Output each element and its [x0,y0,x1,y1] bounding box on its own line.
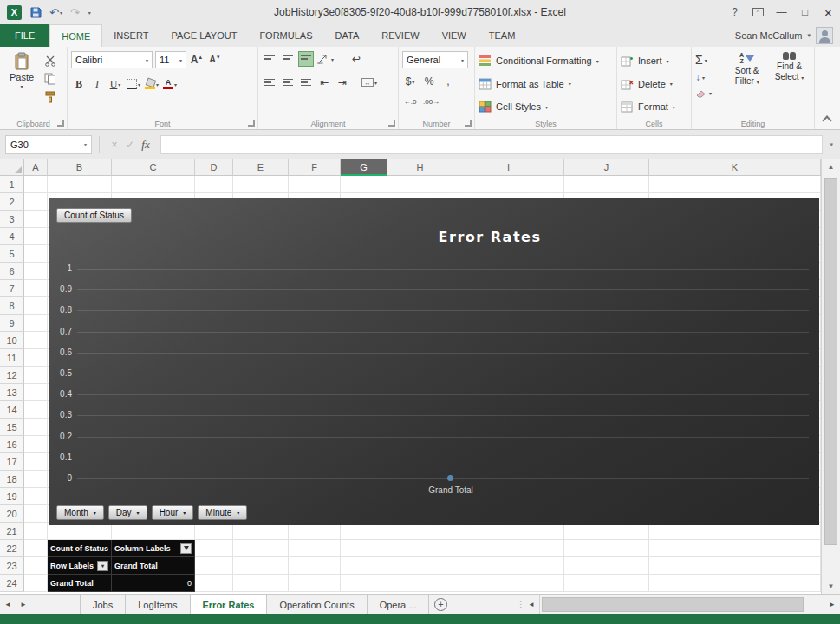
scroll-up-icon[interactable]: ▲ [822,159,840,174]
underline-button[interactable]: U▾ [107,76,123,92]
row-header-3[interactable]: 3 [0,211,24,228]
find-select-button[interactable]: Find & Select ▾ [768,49,811,116]
wrap-text-button[interactable]: ↩ [348,51,364,67]
insert-function-button[interactable]: fx [138,138,153,152]
close-button[interactable]: × [817,0,840,24]
column-header-C[interactable]: C [112,159,195,176]
grow-font-button[interactable]: A▲ [189,52,205,68]
increase-decimal-button[interactable]: ←.0 [402,94,418,109]
increase-indent-button[interactable]: ⇥ [335,75,350,90]
row-header-22[interactable]: 22 [0,540,24,557]
column-header-F[interactable]: F [289,159,341,176]
chart-field-button-day[interactable]: Day▾ [108,505,147,520]
vertical-scrollbar[interactable]: ▲ ▼ [821,159,840,594]
scroll-down-icon[interactable]: ▼ [822,579,840,594]
select-all-corner[interactable] [0,159,24,176]
tab-page-layout[interactable]: PAGE LAYOUT [160,24,248,47]
row-header-7[interactable]: 7 [0,280,24,297]
font-family-combo[interactable]: Calibri▾ [71,51,153,68]
number-format-combo[interactable]: General▾ [402,51,468,68]
tab-split-handle[interactable]: ⋮ [518,595,524,614]
row-header-10[interactable]: 10 [0,332,24,349]
insert-cells-button[interactable]: Insert▾ [621,51,687,70]
conditional-formatting-button[interactable]: Conditional Formatting▾ [479,51,613,70]
format-as-table-button[interactable]: Format as Table▾ [479,75,613,94]
tab-home[interactable]: HOME [49,24,102,47]
horizontal-scrollbar-thumb[interactable] [542,597,804,612]
pivot-grand-total-row-cell[interactable]: Grand Total [48,575,112,592]
tab-data[interactable]: DATA [324,24,371,47]
chart-field-button-minute[interactable]: Minute▾ [198,505,247,520]
sheet-tab-jobs[interactable]: Jobs [80,595,126,614]
column-header-H[interactable]: H [387,159,453,176]
clear-button[interactable]: ▾ [695,88,726,98]
maximize-button[interactable]: □ [793,0,817,24]
column-header-B[interactable]: B [48,159,112,176]
sheet-tab-opera[interactable]: Opera ... [368,595,430,614]
format-cells-button[interactable]: Format▾ [621,97,687,116]
row-header-23[interactable]: 23 [0,557,24,575]
dropdown-filter-icon[interactable]: ▾ [97,561,108,571]
clipboard-dialog-launcher-icon[interactable] [57,120,64,127]
data-point[interactable] [447,475,453,481]
row-header-15[interactable]: 15 [0,419,24,436]
pivot-grand-total-value-cell[interactable]: 0 [112,575,195,592]
redo-button[interactable]: ↷ [70,6,80,19]
borders-button[interactable]: ▾ [126,76,141,92]
column-header-K[interactable]: K [649,159,821,176]
collapse-ribbon-icon[interactable] [822,115,831,125]
fill-color-button[interactable]: ▾ [144,76,160,92]
horizontal-scrollbar[interactable]: ⋮ ◄ ► [518,595,840,614]
row-header-18[interactable]: 18 [0,471,24,488]
save-button[interactable] [29,6,42,18]
name-box[interactable]: G30 ▾ [5,135,92,154]
row-header-11[interactable]: 11 [0,349,24,367]
new-sheet-button[interactable]: + [429,595,452,614]
hscroll-right-icon[interactable]: ► [824,595,840,614]
sort-filter-button[interactable]: AZ Sort & Filter ▾ [726,49,768,116]
sheet-nav-right-icon[interactable]: ► [16,595,31,614]
column-header-G[interactable]: G [341,159,387,176]
minimize-button[interactable]: — [770,0,793,24]
bottom-align-button[interactable] [298,51,314,67]
horizontal-scrollbar-track[interactable] [539,595,824,614]
chart-value-field-button[interactable]: Count of Status [56,208,132,223]
vertical-scrollbar-thumb[interactable] [824,178,837,545]
chart-field-button-hour[interactable]: Hour▾ [152,505,194,520]
row-header-12[interactable]: 12 [0,367,24,384]
chart-field-button-month[interactable]: Month▾ [56,505,104,520]
font-color-button[interactable]: A▾ [162,76,178,92]
pivot-column-labels-cell[interactable]: Column Labels [112,540,195,557]
middle-align-button[interactable] [280,51,296,67]
expand-formula-bar-icon[interactable]: ▾ [830,141,833,148]
row-header-5[interactable]: 5 [0,245,24,263]
align-right-button[interactable] [298,75,314,90]
tab-team[interactable]: TEAM [478,24,527,47]
align-center-button[interactable] [280,75,296,90]
pivot-chart[interactable]: Count of Status Error Rates 10.90.80.70.… [49,198,819,525]
comma-style-button[interactable]: , [440,74,456,89]
decrease-decimal-button[interactable]: .00→ [423,94,440,109]
pivot-grand-total-header-cell[interactable]: Grand Total [112,557,195,575]
column-header-D[interactable]: D [195,159,233,176]
row-header-2[interactable]: 2 [0,193,24,211]
sheet-tab-error-rates[interactable]: Error Rates [191,595,268,614]
orientation-button[interactable]: ab▾ [316,51,334,67]
font-dialog-launcher-icon[interactable] [248,120,255,127]
alignment-dialog-launcher-icon[interactable] [388,120,395,127]
row-header-13[interactable]: 13 [0,384,24,401]
formula-input[interactable] [160,135,823,154]
tab-review[interactable]: REVIEW [370,24,430,47]
filter-icon[interactable] [180,543,192,554]
paste-button[interactable]: Paste ▾ [3,49,40,116]
cut-button[interactable] [42,54,58,68]
delete-cells-button[interactable]: Delete▾ [621,75,687,94]
user-account[interactable]: Sean McCallum ▾ [735,24,840,47]
row-header-24[interactable]: 24 [0,575,24,592]
row-header-14[interactable]: 14 [0,401,24,419]
italic-button[interactable]: I [89,76,105,92]
row-header-16[interactable]: 16 [0,436,24,453]
excel-app-icon[interactable]: X [7,5,22,20]
row-header-17[interactable]: 17 [0,453,24,471]
shrink-font-button[interactable]: A▼ [207,52,223,68]
